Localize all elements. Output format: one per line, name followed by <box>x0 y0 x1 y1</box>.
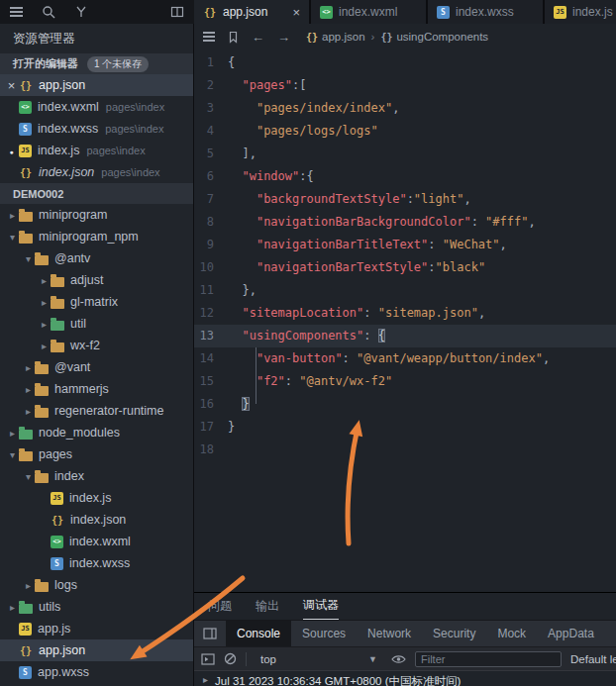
open-editor-item[interactable]: ×{}app.json <box>0 74 193 96</box>
tree-item[interactable]: ▸util <box>0 313 193 335</box>
tree-item[interactable]: ▸wx-f2 <box>0 335 193 356</box>
devtools-tab[interactable]: AppData <box>537 621 605 646</box>
code-line[interactable]: 17} <box>194 416 616 439</box>
tree-item[interactable]: ▸hammerjs <box>0 378 193 400</box>
folder-icon <box>35 473 49 483</box>
code-line[interactable]: 10 "navigationBarTextStyle":"black" <box>194 256 616 279</box>
code-line[interactable]: 4 "pages/logs/logs" <box>194 120 616 143</box>
open-editor-item[interactable]: ●JSindex.jspages\index <box>0 140 193 161</box>
folder-icon <box>51 299 64 309</box>
clear-console-icon[interactable] <box>224 652 237 665</box>
log-levels-select[interactable]: Default levels <box>570 653 616 665</box>
open-editor-item[interactable]: Sindex.wxsspages\index <box>0 118 193 140</box>
file-name: util <box>70 317 86 331</box>
line-number: 18 <box>194 439 228 461</box>
back-arrow-icon[interactable]: ← <box>252 31 264 44</box>
tree-item[interactable]: JSindex.js <box>0 487 193 509</box>
tree-item[interactable]: ▸miniprogram <box>0 204 193 226</box>
panel-tab[interactable]: 调试器 <box>303 597 339 620</box>
console-filter-input[interactable] <box>415 651 562 667</box>
expand-log-icon[interactable]: ▸ <box>203 674 208 685</box>
live-expression-eye-icon[interactable] <box>391 654 406 664</box>
tree-item[interactable]: ▸@vant <box>0 356 193 378</box>
code-line[interactable]: 16 } <box>194 393 616 416</box>
json-file-icon: {} <box>19 165 33 179</box>
code-line[interactable]: 9 "navigationBarTitleText": "WeChat", <box>194 234 616 256</box>
dock-side-icon[interactable] <box>194 621 226 646</box>
devtools-tab[interactable]: Console <box>226 621 291 646</box>
code-line[interactable]: 3 "pages/index/index", <box>194 97 616 120</box>
tree-item[interactable]: ▸logs <box>0 574 193 596</box>
devtools-tab[interactable]: Security <box>422 621 486 646</box>
chevron-right-icon: ▸ <box>22 384 35 395</box>
tree-item[interactable]: ▸utils <box>0 596 193 618</box>
code-line[interactable]: 6 "window":{ <box>194 165 616 188</box>
file-name: index.js <box>38 144 79 157</box>
code-line[interactable]: 2 "pages":[ <box>194 74 616 97</box>
editor-toolbar-icons: ← → <box>203 31 290 44</box>
context-select[interactable]: top ▼ <box>256 653 382 665</box>
line-number: 10 <box>194 256 228 279</box>
folder-icon <box>35 364 49 374</box>
code-line[interactable]: 5 ], <box>194 143 616 165</box>
tree-item[interactable]: Sindex.wxss <box>0 552 193 574</box>
tree-item[interactable]: ▸regenerator-runtime <box>0 400 193 422</box>
search-icon[interactable] <box>42 5 55 19</box>
code-line[interactable]: 18 <box>194 439 616 461</box>
js-file-icon: JS <box>554 6 566 19</box>
code-line[interactable]: 12 "sitemapLocation": "sitemap.json", <box>194 302 616 325</box>
tree-item[interactable]: Sapp.wxss <box>0 661 193 683</box>
code-line[interactable]: 11 }, <box>194 279 616 302</box>
editor-tab[interactable]: {}app.json× <box>194 0 311 24</box>
tree-item[interactable]: ▾@antv <box>0 247 193 269</box>
open-editor-item[interactable]: <>index.wxmlpages\index <box>0 96 193 118</box>
tree-item[interactable]: <>index.wxml <box>0 531 193 552</box>
console-log-row[interactable]: ▸ Jul 31 2023 10:36:34 GMT+0800 (中国标准时间) <box>194 670 616 686</box>
code-line[interactable]: 14 "van-button": "@vant/weapp/button/ind… <box>194 347 616 370</box>
code-line[interactable]: 15 "f2": "@antv/wx-f2" <box>194 370 616 393</box>
code-line[interactable]: 7 "backgroundTextStyle":"light", <box>194 188 616 211</box>
tree-item[interactable]: ▾miniprogram_npm <box>0 226 193 247</box>
tree-item[interactable]: ▸node_modules <box>0 422 193 443</box>
json-file-icon: {} <box>203 5 217 19</box>
tree-item[interactable]: ▾index <box>0 465 193 487</box>
project-header[interactable]: DEMO002 <box>0 183 193 204</box>
code-line[interactable]: 1{ <box>194 51 616 74</box>
tree-item[interactable]: {}app.json <box>0 639 193 661</box>
open-editor-item[interactable]: {}index.jsonpages\index <box>0 161 193 183</box>
editor-tab[interactable]: <>index.wxml <box>311 0 428 24</box>
tree-item[interactable]: ▸gl-matrix <box>0 291 193 313</box>
split-editor-icon[interactable] <box>170 5 184 19</box>
folder-icon <box>35 386 49 396</box>
file-name: app.wxss <box>38 665 89 679</box>
tree-item[interactable]: JSapp.js <box>0 618 193 639</box>
git-branch-icon[interactable] <box>74 5 88 19</box>
panel-tab[interactable]: 输出 <box>256 598 279 620</box>
tree-item[interactable]: {}index.json <box>0 509 193 531</box>
close-file-icon[interactable]: × <box>8 78 16 93</box>
devtools-tab[interactable]: Mock <box>486 621 537 646</box>
devtools-tab[interactable]: Network <box>357 621 422 646</box>
chevron-down-icon: ▾ <box>22 253 35 264</box>
open-editors-header[interactable]: 打开的编辑器 1 个未保存 <box>0 53 193 74</box>
file-name: index.js <box>69 491 111 505</box>
bookmark-icon[interactable] <box>228 31 239 44</box>
code-line[interactable]: 8 "navigationBarBackgroundColor": "#fff"… <box>194 211 616 234</box>
tree-item[interactable]: ▾pages <box>0 443 193 465</box>
editor-tab[interactable]: Sindex.wxss <box>428 0 545 24</box>
devtools-tab[interactable]: Sources <box>291 621 357 646</box>
panel-tab[interactable]: 问题 <box>208 598 232 620</box>
outline-list-icon[interactable] <box>203 36 215 38</box>
forward-arrow-icon[interactable]: → <box>277 31 290 44</box>
console-sidebar-toggle-icon[interactable] <box>201 653 215 665</box>
breadcrumb-item-file[interactable]: {} app.json <box>306 31 365 43</box>
menu-icon[interactable] <box>10 11 23 13</box>
code-line[interactable]: 13 "usingComponents": { <box>194 325 616 347</box>
editor-tab[interactable]: JSindex.js <box>545 0 616 24</box>
file-name: index.wxss <box>69 556 130 570</box>
chevron-down-icon: ▼ <box>368 654 377 664</box>
line-number: 2 <box>194 74 228 97</box>
close-tab-icon[interactable]: × <box>292 5 300 20</box>
breadcrumb-item-symbol[interactable]: {} usingComponents <box>380 31 488 43</box>
tree-item[interactable]: ▸adjust <box>0 269 193 291</box>
